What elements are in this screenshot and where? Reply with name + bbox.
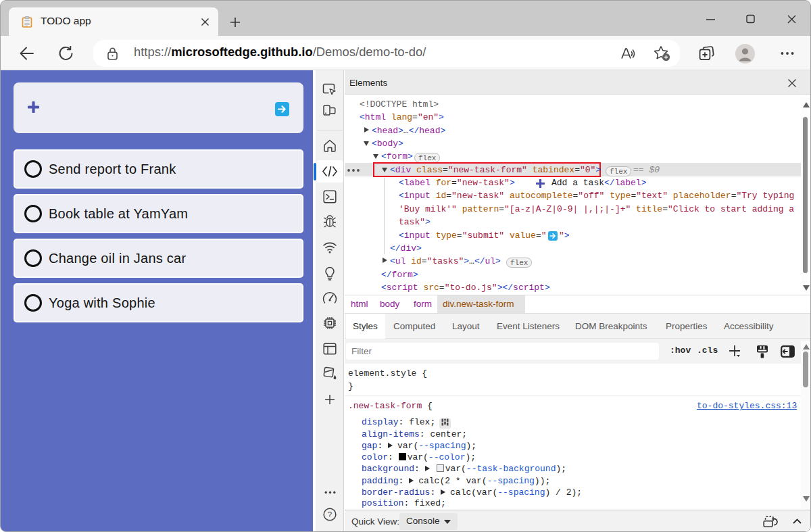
svg-text:?: ? <box>328 510 332 518</box>
